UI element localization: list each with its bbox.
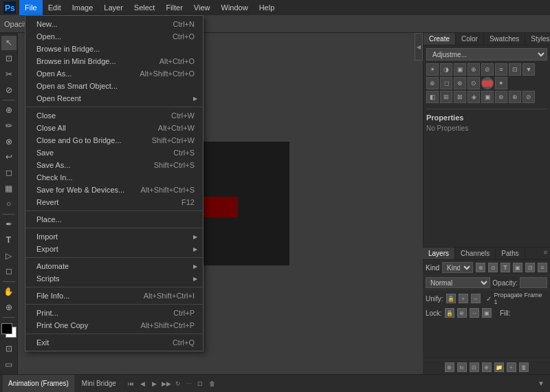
adjust-btn-17[interactable]: ⊠ xyxy=(454,91,466,103)
opacity-value-layers[interactable] xyxy=(520,277,547,288)
menu-save-as[interactable]: Save As... Shift+Ctrl+S xyxy=(25,159,203,171)
menu-file[interactable]: File xyxy=(19,0,43,15)
adjust-btn-14[interactable]: ✦ xyxy=(495,77,507,89)
layers-menu-btn[interactable]: ≡ xyxy=(541,248,550,259)
menu-file-info[interactable]: File Info... Alt+Shift+Ctrl+I xyxy=(25,290,203,302)
lock-icon-1[interactable]: 🔒 xyxy=(445,308,454,318)
mode-dropdown[interactable]: Normal xyxy=(426,277,490,288)
layer-new-btn[interactable]: + xyxy=(507,362,516,372)
menu-browse-mini-bridge[interactable]: Browse in Mini Bridge... Alt+Ctrl+O xyxy=(25,55,203,67)
layer-adj-btn[interactable]: ⊕ xyxy=(482,362,492,372)
adjust-btn-11[interactable]: ⊗ xyxy=(454,77,466,89)
adjust-btn-12[interactable]: ⊙ xyxy=(468,77,480,89)
dodge-tool[interactable]: ○ xyxy=(1,197,16,211)
menu-automate[interactable]: Automate xyxy=(25,260,203,272)
lock-btn-3[interactable]: ↔ xyxy=(471,294,481,303)
adjust-btn-4[interactable]: ⊕ xyxy=(468,63,480,76)
menu-exit[interactable]: Exit Ctrl+Q xyxy=(25,336,203,349)
menu-save[interactable]: Save Ctrl+S xyxy=(25,146,203,159)
move-tool[interactable]: ↖ xyxy=(1,36,16,50)
menu-layer[interactable]: Layer xyxy=(98,0,129,15)
tab-channels[interactable]: Channels xyxy=(455,248,496,259)
menu-help[interactable]: Help xyxy=(254,0,280,15)
gradient-tool[interactable]: ▦ xyxy=(1,181,16,195)
adjust-btn-9[interactable]: ⊕ xyxy=(426,77,439,89)
anim-skip-start[interactable]: ⏮ xyxy=(126,379,136,389)
menu-open[interactable]: Open... Ctrl+O xyxy=(25,30,203,43)
anim-next[interactable]: ▶▶ xyxy=(162,379,171,389)
menu-browse-bridge[interactable]: Browse in Bridge... xyxy=(25,43,203,55)
lasso-tool[interactable]: ⊡ xyxy=(1,52,16,66)
screen-mode[interactable]: ▭ xyxy=(1,357,16,371)
adjust-btn-13[interactable] xyxy=(481,77,494,89)
menu-revert[interactable]: Revert F12 xyxy=(25,196,203,208)
hand-tool[interactable]: ✋ xyxy=(1,285,16,299)
anim-play[interactable]: ▶ xyxy=(150,379,160,389)
shape-tool[interactable]: ◻ xyxy=(1,264,16,279)
clone-tool[interactable]: ⊗ xyxy=(1,134,16,149)
menu-check-in[interactable]: Check In... xyxy=(25,171,203,184)
tab-layers[interactable]: Layers xyxy=(423,248,455,259)
tab-paths[interactable]: Paths xyxy=(496,248,525,259)
kind-dropdown[interactable]: Kind xyxy=(442,262,473,273)
anim-delete[interactable]: 🗑 xyxy=(207,379,217,389)
pen-tool[interactable]: ✒ xyxy=(1,217,16,232)
layer-delete-btn[interactable]: 🗑 xyxy=(519,362,529,372)
tab-styles[interactable]: Styles xyxy=(525,33,550,45)
adjust-btn-1[interactable]: ☀ xyxy=(426,63,439,76)
tab-create[interactable]: Create xyxy=(424,33,456,45)
menu-edit[interactable]: Edit xyxy=(43,0,67,15)
expand-panel-btn[interactable]: ◀ xyxy=(415,33,423,61)
menu-export[interactable]: Export xyxy=(25,243,203,255)
lock-icon-2[interactable]: ⊕ xyxy=(457,308,467,318)
adjust-btn-10[interactable]: ◻ xyxy=(440,77,452,89)
menu-open-recent[interactable]: Open Recent xyxy=(25,92,203,105)
adjust-btn-8[interactable]: ▼ xyxy=(522,63,535,76)
layer-btn-T[interactable]: T xyxy=(500,263,510,272)
healing-tool[interactable]: ⊕ xyxy=(1,103,16,118)
color-swatches[interactable] xyxy=(1,323,16,338)
lock-icon-3[interactable]: ↔ xyxy=(470,308,479,318)
adjust-btn-7[interactable]: ⊡ xyxy=(509,63,521,76)
crop-tool[interactable]: ✂ xyxy=(1,67,16,81)
layer-fx-btn[interactable]: fx xyxy=(457,362,467,372)
menu-new[interactable]: New... Ctrl+N xyxy=(25,18,203,30)
menu-save-web[interactable]: Save for Web & Devices... Alt+Shift+Ctrl… xyxy=(25,184,203,196)
tab-animation[interactable]: Animation (Frames) xyxy=(3,375,75,392)
type-tool[interactable]: T xyxy=(1,233,16,248)
foreground-color[interactable] xyxy=(1,323,12,334)
brush-tool[interactable]: ✏ xyxy=(1,119,16,133)
menu-select[interactable]: Select xyxy=(129,0,161,15)
anim-convert[interactable]: ⊡ xyxy=(195,379,205,389)
menu-close-all[interactable]: Close All Alt+Ctrl+W xyxy=(25,122,203,134)
adjust-btn-18[interactable]: ◈ xyxy=(468,91,480,103)
tab-swatches[interactable]: Swatches xyxy=(484,33,525,45)
menu-window[interactable]: Window xyxy=(216,0,254,15)
lock-btn-2[interactable]: + xyxy=(459,294,468,303)
layer-mask-btn[interactable]: ⊡ xyxy=(470,362,479,372)
menu-close[interactable]: Close Ctrl+W xyxy=(25,109,203,122)
adjust-btn-22[interactable]: ⊘ xyxy=(522,91,535,103)
layer-btn-2[interactable]: ⊙ xyxy=(488,263,498,272)
quick-mask[interactable]: ⊡ xyxy=(1,342,16,356)
menu-close-bridge[interactable]: Close and Go to Bridge... Shift+Ctrl+W xyxy=(25,134,203,146)
adjust-btn-19[interactable]: ▣ xyxy=(481,91,494,103)
adjust-btn-5[interactable]: ⊘ xyxy=(481,63,494,76)
collapse-bottom-btn[interactable]: ▼ xyxy=(535,380,547,387)
zoom-tool[interactable]: ⊕ xyxy=(1,300,16,314)
menu-scripts[interactable]: Scripts xyxy=(25,272,203,285)
history-tool[interactable]: ↩ xyxy=(1,150,16,164)
layer-btn-3[interactable]: ▣ xyxy=(513,263,522,272)
lock-icon-4[interactable]: ▣ xyxy=(482,308,492,318)
menu-open-as[interactable]: Open As... Alt+Shift+Ctrl+O xyxy=(25,67,203,80)
adjust-btn-2[interactable]: ◑ xyxy=(440,63,452,76)
adjust-btn-21[interactable]: ⊕ xyxy=(509,91,521,103)
layer-btn-4[interactable]: ⊡ xyxy=(525,263,535,272)
adjustments-dropdown[interactable]: Adjustme... xyxy=(426,48,547,61)
menu-filter[interactable]: Filter xyxy=(160,0,188,15)
menu-import[interactable]: Import xyxy=(25,230,203,243)
eyedropper-tool[interactable]: ⊘ xyxy=(1,83,16,97)
anim-loop[interactable]: ↻ xyxy=(173,379,183,389)
adjust-btn-3[interactable]: ▣ xyxy=(454,63,466,76)
menu-image[interactable]: Image xyxy=(67,0,99,15)
